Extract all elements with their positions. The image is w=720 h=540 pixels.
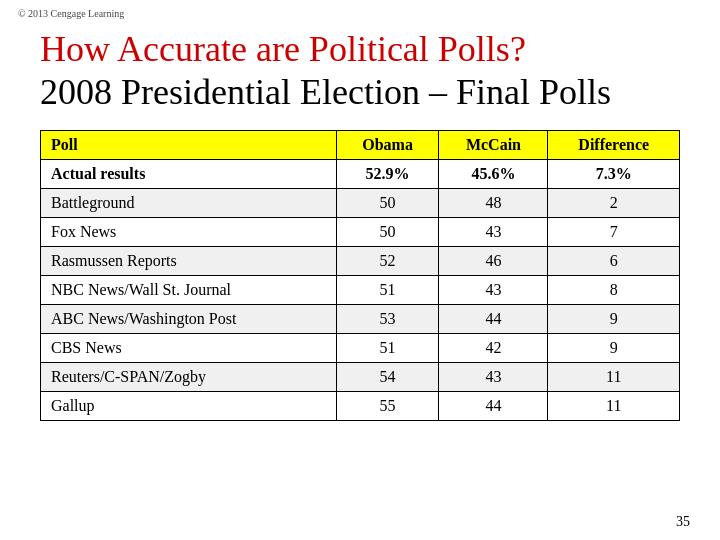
- cell-poll: Reuters/C-SPAN/Zogby: [41, 363, 337, 392]
- cell-difference: 9: [548, 334, 680, 363]
- table-row: Rasmussen Reports52466: [41, 247, 680, 276]
- polls-table: Poll Obama McCain Difference Actual resu…: [40, 130, 680, 421]
- table-row: Gallup554411: [41, 392, 680, 421]
- cell-mccain: 44: [439, 392, 548, 421]
- cell-poll: Actual results: [41, 160, 337, 189]
- col-header-obama: Obama: [336, 131, 439, 160]
- col-header-poll: Poll: [41, 131, 337, 160]
- table-row: ABC News/Washington Post53449: [41, 305, 680, 334]
- cell-mccain: 48: [439, 189, 548, 218]
- cell-poll: NBC News/Wall St. Journal: [41, 276, 337, 305]
- cell-difference: 7: [548, 218, 680, 247]
- table-row: Battleground50482: [41, 189, 680, 218]
- col-header-mccain: McCain: [439, 131, 548, 160]
- cell-poll: Rasmussen Reports: [41, 247, 337, 276]
- cell-obama: 53: [336, 305, 439, 334]
- copyright-text: © 2013 Cengage Learning: [18, 8, 124, 19]
- cell-difference: 9: [548, 305, 680, 334]
- cell-difference: 7.3%: [548, 160, 680, 189]
- cell-obama: 52.9%: [336, 160, 439, 189]
- cell-difference: 6: [548, 247, 680, 276]
- cell-poll: CBS News: [41, 334, 337, 363]
- cell-mccain: 43: [439, 276, 548, 305]
- main-title: How Accurate are Political Polls?: [40, 28, 680, 71]
- cell-poll: Battleground: [41, 189, 337, 218]
- cell-difference: 8: [548, 276, 680, 305]
- table-row: Fox News50437: [41, 218, 680, 247]
- cell-mccain: 46: [439, 247, 548, 276]
- col-header-difference: Difference: [548, 131, 680, 160]
- table-row: Reuters/C-SPAN/Zogby544311: [41, 363, 680, 392]
- table-header-row: Poll Obama McCain Difference: [41, 131, 680, 160]
- page-number: 35: [676, 514, 690, 530]
- cell-obama: 54: [336, 363, 439, 392]
- cell-obama: 55: [336, 392, 439, 421]
- cell-obama: 50: [336, 218, 439, 247]
- table-row: Actual results52.9%45.6%7.3%: [41, 160, 680, 189]
- cell-difference: 11: [548, 363, 680, 392]
- cell-mccain: 44: [439, 305, 548, 334]
- cell-mccain: 43: [439, 363, 548, 392]
- cell-mccain: 42: [439, 334, 548, 363]
- cell-difference: 11: [548, 392, 680, 421]
- cell-obama: 52: [336, 247, 439, 276]
- table-row: CBS News51429: [41, 334, 680, 363]
- cell-obama: 50: [336, 189, 439, 218]
- cell-obama: 51: [336, 334, 439, 363]
- cell-poll: Fox News: [41, 218, 337, 247]
- table-row: NBC News/Wall St. Journal51438: [41, 276, 680, 305]
- cell-poll: ABC News/Washington Post: [41, 305, 337, 334]
- cell-obama: 51: [336, 276, 439, 305]
- title-section: How Accurate are Political Polls? 2008 P…: [0, 0, 720, 130]
- cell-mccain: 45.6%: [439, 160, 548, 189]
- table-container: Poll Obama McCain Difference Actual resu…: [0, 130, 720, 421]
- sub-title: 2008 Presidential Election – Final Polls: [40, 71, 680, 114]
- cell-poll: Gallup: [41, 392, 337, 421]
- cell-mccain: 43: [439, 218, 548, 247]
- cell-difference: 2: [548, 189, 680, 218]
